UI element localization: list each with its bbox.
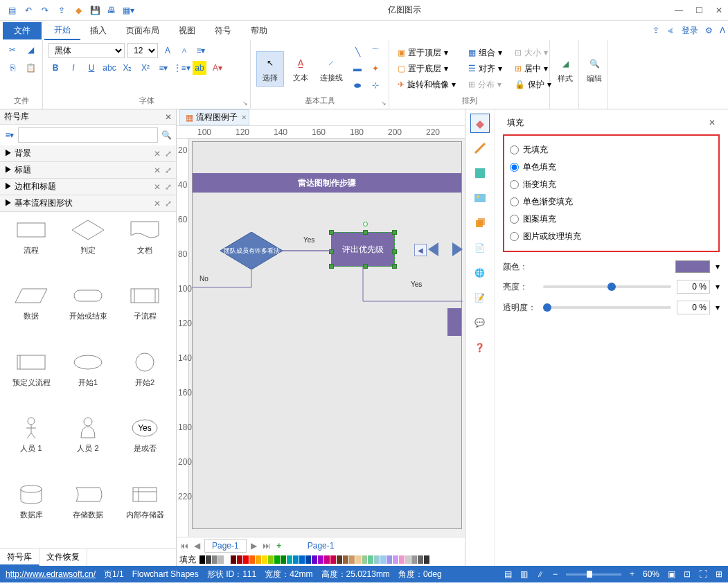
color-swatch[interactable] [387, 555, 392, 564]
color-swatch[interactable] [262, 555, 267, 564]
color-swatch[interactable] [312, 555, 317, 564]
color-swatch[interactable] [224, 555, 230, 564]
close-library-icon[interactable]: ✕ [165, 112, 172, 122]
add-page-icon[interactable]: + [274, 541, 284, 551]
tab-layout[interactable]: 页面布局 [116, 22, 169, 39]
color-swatch[interactable] [355, 555, 361, 564]
fit-page-icon[interactable]: ▣ [668, 569, 675, 579]
color-swatch[interactable] [274, 555, 280, 564]
social-icon[interactable]: ⪡ [666, 26, 675, 35]
delete-cat-icon[interactable]: ✕ [154, 149, 161, 159]
brightness-value[interactable]: 0 % [677, 280, 710, 294]
select-tool[interactable]: ↖选择 [256, 51, 284, 87]
share-icon[interactable]: ⇪ [652, 26, 659, 35]
search-icon[interactable]: 🔍 [159, 128, 173, 142]
export-icon[interactable]: ⇪ [55, 4, 68, 17]
color-swatch[interactable] [243, 555, 249, 564]
group-button[interactable]: ▦组合▾ [465, 46, 505, 60]
redo-icon[interactable]: ↷ [39, 4, 51, 17]
line-spacing-icon[interactable]: ≡▾ [194, 44, 208, 57]
category-flowchart[interactable]: ▶ 基本流程图形状✕⤢ [0, 195, 176, 212]
color-swatch[interactable] [281, 555, 286, 564]
page-prev-icon[interactable]: ◀ [192, 541, 202, 551]
color-swatch[interactable] [324, 555, 330, 564]
collapse-ribbon-icon[interactable]: ᐱ [720, 26, 725, 35]
color-swatch[interactable] [374, 555, 380, 564]
color-swatch[interactable] [293, 555, 299, 564]
hyperlink-tab-icon[interactable]: 🌐 [470, 263, 490, 283]
color-swatch[interactable] [399, 555, 405, 564]
save-icon[interactable]: 💾 [89, 4, 101, 17]
zoom-slider[interactable] [566, 573, 621, 576]
color-swatch[interactable] [249, 555, 255, 564]
numbering-icon[interactable]: ⋮≡▾ [175, 61, 188, 75]
tab-library[interactable]: 符号库 [0, 549, 39, 566]
italic-icon[interactable]: I [66, 61, 80, 75]
color-swatch[interactable] [393, 555, 398, 564]
increase-font-icon[interactable]: A [161, 44, 175, 57]
font-size-select[interactable]: 12 [127, 43, 158, 58]
color-swatch[interactable] [424, 555, 429, 564]
zoom-in-icon[interactable]: + [630, 569, 634, 579]
color-swatch[interactable] [343, 555, 348, 564]
shape-predef[interactable]: 预定义流程 [6, 350, 57, 410]
page-tab-1[interactable]: Page-1 [204, 539, 247, 553]
color-swatch[interactable] [368, 555, 373, 564]
expand-cat-icon[interactable]: ⤢ [165, 149, 172, 159]
rect-shape-icon[interactable]: ▬ [350, 62, 364, 75]
shadow-tab-icon[interactable] [470, 163, 490, 183]
text-tool[interactable]: A̲文本 [287, 52, 314, 86]
highlight-icon[interactable]: ab [193, 61, 206, 75]
color-swatch[interactable] [318, 555, 323, 564]
tab-symbol[interactable]: 符号 [205, 22, 241, 39]
close-fill-panel-icon[interactable]: ✕ [709, 118, 716, 127]
color-swatch[interactable] [380, 555, 386, 564]
fill-option[interactable]: 无填充 [508, 141, 714, 159]
category-background[interactable]: ▶ 背景✕⤢ [0, 145, 176, 162]
color-swatch[interactable] [287, 555, 292, 564]
font-color-icon[interactable]: A▾ [211, 61, 224, 75]
shape-rect[interactable]: 流程 [6, 217, 57, 278]
page-last-icon[interactable]: ⏭ [262, 541, 272, 551]
font-group-launcher[interactable]: ↘ [242, 100, 248, 107]
line-tab-icon[interactable] [470, 139, 490, 158]
tab-recovery[interactable]: 文件恢复 [39, 549, 87, 566]
ellipse-shape-icon[interactable]: ⬬ [350, 78, 364, 92]
crop-icon[interactable]: ⊹ [369, 78, 382, 92]
fill-option[interactable]: 图案填充 [508, 211, 714, 228]
copy-icon[interactable]: ⎘ [6, 61, 19, 75]
shape-person2[interactable]: 人员 2 [62, 416, 114, 476]
view-mode-1-icon[interactable]: ▤ [504, 569, 512, 579]
category-title[interactable]: ▶ 标题✕⤢ [0, 162, 176, 179]
decrease-font-icon[interactable]: A [177, 44, 191, 57]
page-canvas[interactable]: 雷达图制作步骤 团队成员有许多看法 评出优先级 [192, 141, 462, 529]
layer-tab-icon[interactable] [470, 213, 490, 233]
superscript-icon[interactable]: X² [139, 61, 152, 75]
file-menu[interactable]: 文件 [3, 22, 42, 39]
shapes-icon[interactable]: ◆ [72, 4, 85, 17]
shape-yesno[interactable]: Yes是或否 [119, 416, 170, 476]
send-back-button[interactable]: ▢置于底层▾ [395, 62, 459, 76]
color-swatch[interactable] [231, 555, 236, 564]
fill-option[interactable]: 单色渐变填充 [508, 193, 714, 211]
eraser-icon[interactable]: ◢ [24, 43, 37, 57]
banner-shape[interactable]: 雷达图制作步骤 [193, 173, 461, 193]
shape-db[interactable]: 数据库 [6, 482, 57, 542]
comment-tab-icon[interactable]: 💬 [470, 313, 490, 332]
shape-diamond[interactable]: 判定 [62, 217, 114, 278]
decision-shape[interactable]: 团队成员有许多看法 [220, 232, 283, 269]
tab-view[interactable]: 视图 [169, 22, 205, 39]
color-swatch[interactable] [405, 555, 411, 564]
page-first-icon[interactable]: ⏮ [179, 541, 189, 551]
star-icon[interactable]: ✦ [369, 62, 382, 75]
connector-arrow-left[interactable]: ◀ [414, 244, 427, 256]
zoom-level[interactable]: 60% [643, 569, 659, 579]
print-icon[interactable]: 🖶 [105, 4, 118, 17]
shape-intstore[interactable]: 内部存储器 [119, 482, 170, 542]
fill-option[interactable]: 图片或纹理填充 [508, 228, 714, 245]
font-family-select[interactable]: 黑体 [48, 43, 125, 58]
color-swatch[interactable] [299, 555, 305, 564]
settings-icon[interactable]: ⚙ [705, 26, 713, 35]
style-tool[interactable]: ◢样式 [556, 53, 575, 87]
shape-ellipse[interactable]: 开始1 [62, 350, 114, 410]
